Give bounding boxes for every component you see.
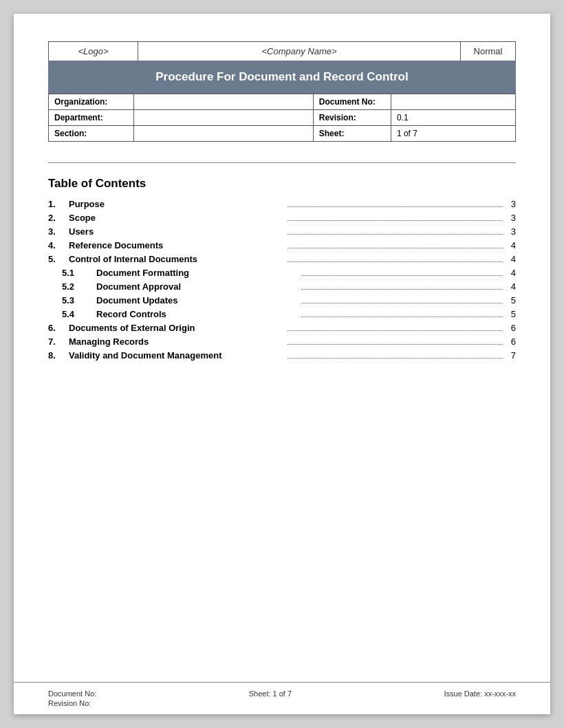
sheet-value: 1 of 7 — [391, 126, 515, 142]
toc-item: 4. Reference Documents 4 — [48, 240, 516, 250]
toc-dots — [288, 206, 503, 207]
toc-item: 3. Users 3 — [48, 226, 516, 237]
toc-num: 8. — [48, 350, 69, 361]
logo-cell: <Logo> — [49, 42, 138, 61]
company-cell: <Company Name> — [138, 42, 461, 61]
toc-dots — [288, 344, 503, 345]
toc-num: 5. — [48, 254, 69, 264]
toc-page: 6 — [506, 323, 516, 333]
toc-num: 3. — [48, 226, 69, 237]
toc-item: 1. Purpose 3 — [48, 199, 516, 209]
footer-right: Issue Date: xx-xxx-xx — [444, 689, 516, 707]
toc-dots — [301, 275, 503, 276]
toc-item: 2. Scope 3 — [48, 213, 516, 223]
toc-dots — [301, 303, 503, 303]
toc-list: 1. Purpose 3 2. Scope 3 3. Users 3 4. Re… — [48, 199, 516, 361]
toc-dots — [288, 358, 503, 358]
toc-num: 1. — [48, 199, 69, 209]
toc-sub-num: 5.1 — [62, 268, 96, 278]
footer-issue-date: Issue Date: xx-xxx-xx — [444, 689, 516, 698]
toc-item-label: Document Updates — [96, 295, 299, 306]
section-label: Section: — [49, 126, 134, 142]
footer-left: Document No: Revision No: — [48, 689, 96, 707]
revision-label: Revision: — [313, 110, 391, 126]
docno-label: Document No: — [313, 94, 391, 110]
toc-item-label: Control of Internal Documents — [69, 254, 285, 264]
toc-item-label: Validity and Document Management — [69, 350, 285, 361]
toc-num: 2. — [48, 213, 69, 223]
toc-page: 3 — [506, 199, 516, 209]
toc-item: 7. Managing Records 6 — [48, 336, 516, 347]
footer-sheet: Sheet: 1 of 7 — [249, 689, 292, 698]
footer-doc-no: Document No: — [48, 689, 96, 698]
toc-item: 6. Documents of External Origin 6 — [48, 323, 516, 333]
info-table: Organization: Document No: Department: R… — [48, 94, 516, 142]
toc-dots — [288, 248, 503, 248]
toc-item: 5.3 Document Updates 5 — [48, 295, 516, 306]
toc-item: 5.1 Document Formatting 4 — [48, 268, 516, 278]
toc-dots — [288, 234, 503, 235]
toc-item: 5.4 Record Controls 5 — [48, 309, 516, 319]
toc-page: 5 — [506, 295, 516, 306]
divider — [48, 162, 516, 163]
toc-dots — [301, 289, 503, 290]
toc-item-label: Document Formatting — [96, 268, 299, 278]
toc-num: 6. — [48, 323, 69, 333]
toc-num: 7. — [48, 336, 69, 347]
document-page: <Logo> <Company Name> Normal Procedure F… — [14, 14, 550, 714]
toc-page: 3 — [506, 226, 516, 237]
toc-sub-num: 5.2 — [62, 281, 96, 292]
toc-item: 5. Control of Internal Documents 4 — [48, 254, 516, 264]
toc-page: 7 — [506, 350, 516, 361]
toc-page: 4 — [506, 281, 516, 292]
toc-dots — [288, 261, 503, 262]
footer-center: Sheet: 1 of 7 — [249, 689, 292, 707]
normal-cell: Normal — [461, 42, 516, 61]
toc-item-label: Record Controls — [96, 309, 299, 319]
toc-num: 4. — [48, 240, 69, 250]
toc-sub-num: 5.3 — [62, 295, 96, 306]
section-value — [134, 126, 313, 142]
docno-value — [391, 94, 515, 110]
toc-sub-num: 5.4 — [62, 309, 96, 319]
sheet-label: Sheet: — [313, 126, 391, 142]
dept-label: Department: — [49, 110, 134, 126]
toc-item-label: Documents of External Origin — [69, 323, 285, 333]
dept-value — [134, 110, 313, 126]
toc-page: 4 — [506, 254, 516, 264]
toc-item: 8. Validity and Document Management 7 — [48, 350, 516, 361]
toc-item: 5.2 Document Approval 4 — [48, 281, 516, 292]
page-content: <Logo> <Company Name> Normal Procedure F… — [14, 14, 550, 682]
header-table: <Logo> <Company Name> Normal — [48, 41, 516, 61]
toc-item-label: Reference Documents — [69, 240, 285, 250]
toc-page: 6 — [506, 336, 516, 347]
toc-item-label: Purpose — [69, 199, 285, 209]
toc-item-label: Document Approval — [96, 281, 299, 292]
document-title: Procedure For Document and Record Contro… — [48, 61, 516, 94]
toc-dots — [288, 220, 503, 221]
org-value — [134, 94, 313, 110]
toc-page: 4 — [506, 240, 516, 250]
toc-item-label: Users — [69, 226, 285, 237]
toc-page: 5 — [506, 309, 516, 319]
toc-page: 3 — [506, 213, 516, 223]
toc-item-label: Scope — [69, 213, 285, 223]
revision-value: 0.1 — [391, 110, 515, 126]
footer: Document No: Revision No: Sheet: 1 of 7 … — [14, 682, 550, 714]
toc-title: Table of Contents — [48, 177, 516, 191]
toc-page: 4 — [506, 268, 516, 278]
footer-revision: Revision No: — [48, 699, 96, 707]
toc-item-label: Managing Records — [69, 336, 285, 347]
toc-dots — [288, 330, 503, 331]
toc-dots — [301, 317, 503, 317]
org-label: Organization: — [49, 94, 134, 110]
